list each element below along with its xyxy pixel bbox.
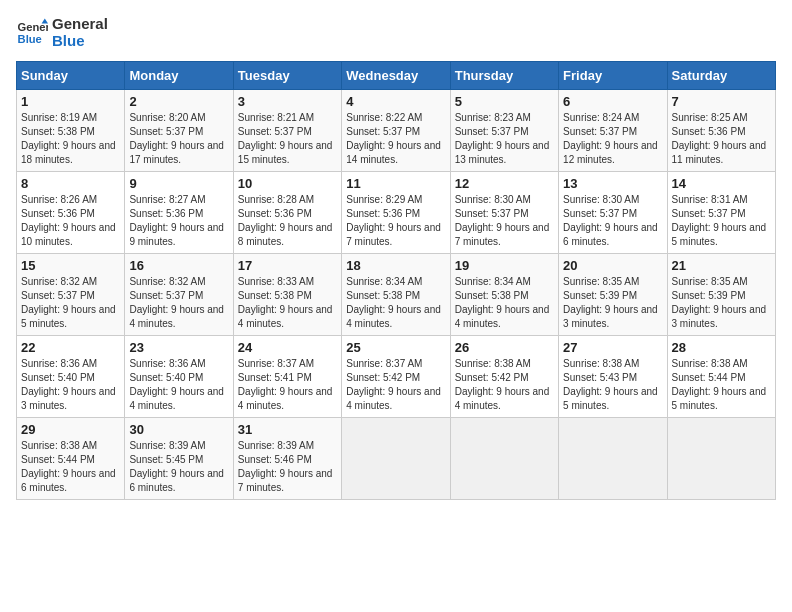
calendar-cell: 17Sunrise: 8:33 AMSunset: 5:38 PMDayligh… [233, 254, 341, 336]
calendar-cell: 24Sunrise: 8:37 AMSunset: 5:41 PMDayligh… [233, 336, 341, 418]
day-info: Sunrise: 8:38 AMSunset: 5:43 PMDaylight:… [563, 357, 662, 413]
day-info: Sunrise: 8:38 AMSunset: 5:44 PMDaylight:… [672, 357, 771, 413]
calendar-cell: 8Sunrise: 8:26 AMSunset: 5:36 PMDaylight… [17, 172, 125, 254]
day-info: Sunrise: 8:28 AMSunset: 5:36 PMDaylight:… [238, 193, 337, 249]
calendar-cell: 26Sunrise: 8:38 AMSunset: 5:42 PMDayligh… [450, 336, 558, 418]
day-info: Sunrise: 8:34 AMSunset: 5:38 PMDaylight:… [455, 275, 554, 331]
day-number: 24 [238, 340, 337, 355]
header-thursday: Thursday [450, 62, 558, 90]
day-info: Sunrise: 8:39 AMSunset: 5:46 PMDaylight:… [238, 439, 337, 495]
day-info: Sunrise: 8:25 AMSunset: 5:36 PMDaylight:… [672, 111, 771, 167]
day-number: 15 [21, 258, 120, 273]
day-info: Sunrise: 8:36 AMSunset: 5:40 PMDaylight:… [129, 357, 228, 413]
day-info: Sunrise: 8:26 AMSunset: 5:36 PMDaylight:… [21, 193, 120, 249]
calendar-cell: 25Sunrise: 8:37 AMSunset: 5:42 PMDayligh… [342, 336, 450, 418]
calendar-cell: 3Sunrise: 8:21 AMSunset: 5:37 PMDaylight… [233, 90, 341, 172]
day-info: Sunrise: 8:32 AMSunset: 5:37 PMDaylight:… [21, 275, 120, 331]
day-number: 26 [455, 340, 554, 355]
day-number: 18 [346, 258, 445, 273]
day-info: Sunrise: 8:27 AMSunset: 5:36 PMDaylight:… [129, 193, 228, 249]
calendar-cell: 29Sunrise: 8:38 AMSunset: 5:44 PMDayligh… [17, 418, 125, 500]
day-number: 28 [672, 340, 771, 355]
day-info: Sunrise: 8:34 AMSunset: 5:38 PMDaylight:… [346, 275, 445, 331]
calendar-cell: 9Sunrise: 8:27 AMSunset: 5:36 PMDaylight… [125, 172, 233, 254]
day-number: 11 [346, 176, 445, 191]
day-info: Sunrise: 8:35 AMSunset: 5:39 PMDaylight:… [672, 275, 771, 331]
day-number: 25 [346, 340, 445, 355]
day-number: 30 [129, 422, 228, 437]
calendar-week-2: 8Sunrise: 8:26 AMSunset: 5:36 PMDaylight… [17, 172, 776, 254]
calendar-week-3: 15Sunrise: 8:32 AMSunset: 5:37 PMDayligh… [17, 254, 776, 336]
calendar-cell: 13Sunrise: 8:30 AMSunset: 5:37 PMDayligh… [559, 172, 667, 254]
day-number: 20 [563, 258, 662, 273]
calendar-cell: 19Sunrise: 8:34 AMSunset: 5:38 PMDayligh… [450, 254, 558, 336]
calendar-table: SundayMondayTuesdayWednesdayThursdayFrid… [16, 61, 776, 500]
calendar-cell: 15Sunrise: 8:32 AMSunset: 5:37 PMDayligh… [17, 254, 125, 336]
calendar-cell: 27Sunrise: 8:38 AMSunset: 5:43 PMDayligh… [559, 336, 667, 418]
calendar-cell: 2Sunrise: 8:20 AMSunset: 5:37 PMDaylight… [125, 90, 233, 172]
header-sunday: Sunday [17, 62, 125, 90]
day-info: Sunrise: 8:30 AMSunset: 5:37 PMDaylight:… [455, 193, 554, 249]
day-info: Sunrise: 8:36 AMSunset: 5:40 PMDaylight:… [21, 357, 120, 413]
calendar-header-row: SundayMondayTuesdayWednesdayThursdayFrid… [17, 62, 776, 90]
day-info: Sunrise: 8:32 AMSunset: 5:37 PMDaylight:… [129, 275, 228, 331]
day-number: 1 [21, 94, 120, 109]
day-number: 19 [455, 258, 554, 273]
calendar-cell: 16Sunrise: 8:32 AMSunset: 5:37 PMDayligh… [125, 254, 233, 336]
header: General Blue General Blue [16, 16, 776, 49]
calendar-cell: 7Sunrise: 8:25 AMSunset: 5:36 PMDaylight… [667, 90, 775, 172]
day-number: 27 [563, 340, 662, 355]
day-number: 22 [21, 340, 120, 355]
day-number: 16 [129, 258, 228, 273]
calendar-cell [342, 418, 450, 500]
day-info: Sunrise: 8:33 AMSunset: 5:38 PMDaylight:… [238, 275, 337, 331]
calendar-cell: 30Sunrise: 8:39 AMSunset: 5:45 PMDayligh… [125, 418, 233, 500]
day-number: 4 [346, 94, 445, 109]
day-number: 8 [21, 176, 120, 191]
day-info: Sunrise: 8:31 AMSunset: 5:37 PMDaylight:… [672, 193, 771, 249]
day-number: 9 [129, 176, 228, 191]
calendar-cell [667, 418, 775, 500]
day-info: Sunrise: 8:24 AMSunset: 5:37 PMDaylight:… [563, 111, 662, 167]
day-number: 2 [129, 94, 228, 109]
day-number: 3 [238, 94, 337, 109]
calendar-cell: 5Sunrise: 8:23 AMSunset: 5:37 PMDaylight… [450, 90, 558, 172]
calendar-cell: 6Sunrise: 8:24 AMSunset: 5:37 PMDaylight… [559, 90, 667, 172]
logo-icon: General Blue [16, 17, 48, 49]
calendar-cell: 1Sunrise: 8:19 AMSunset: 5:38 PMDaylight… [17, 90, 125, 172]
calendar-cell: 28Sunrise: 8:38 AMSunset: 5:44 PMDayligh… [667, 336, 775, 418]
day-info: Sunrise: 8:22 AMSunset: 5:37 PMDaylight:… [346, 111, 445, 167]
day-number: 23 [129, 340, 228, 355]
header-friday: Friday [559, 62, 667, 90]
day-info: Sunrise: 8:38 AMSunset: 5:42 PMDaylight:… [455, 357, 554, 413]
calendar-week-5: 29Sunrise: 8:38 AMSunset: 5:44 PMDayligh… [17, 418, 776, 500]
calendar-cell: 14Sunrise: 8:31 AMSunset: 5:37 PMDayligh… [667, 172, 775, 254]
day-info: Sunrise: 8:39 AMSunset: 5:45 PMDaylight:… [129, 439, 228, 495]
day-number: 21 [672, 258, 771, 273]
day-number: 14 [672, 176, 771, 191]
day-number: 12 [455, 176, 554, 191]
svg-text:Blue: Blue [18, 32, 42, 44]
calendar-cell [559, 418, 667, 500]
day-info: Sunrise: 8:23 AMSunset: 5:37 PMDaylight:… [455, 111, 554, 167]
day-number: 29 [21, 422, 120, 437]
calendar-cell: 20Sunrise: 8:35 AMSunset: 5:39 PMDayligh… [559, 254, 667, 336]
calendar-cell: 10Sunrise: 8:28 AMSunset: 5:36 PMDayligh… [233, 172, 341, 254]
day-number: 6 [563, 94, 662, 109]
day-number: 10 [238, 176, 337, 191]
calendar-cell: 4Sunrise: 8:22 AMSunset: 5:37 PMDaylight… [342, 90, 450, 172]
day-info: Sunrise: 8:30 AMSunset: 5:37 PMDaylight:… [563, 193, 662, 249]
logo-general: General [52, 16, 108, 33]
day-number: 17 [238, 258, 337, 273]
day-info: Sunrise: 8:37 AMSunset: 5:41 PMDaylight:… [238, 357, 337, 413]
day-number: 5 [455, 94, 554, 109]
day-number: 13 [563, 176, 662, 191]
logo: General Blue General Blue [16, 16, 108, 49]
calendar-cell [450, 418, 558, 500]
header-wednesday: Wednesday [342, 62, 450, 90]
header-saturday: Saturday [667, 62, 775, 90]
day-info: Sunrise: 8:35 AMSunset: 5:39 PMDaylight:… [563, 275, 662, 331]
logo-blue: Blue [52, 33, 108, 50]
calendar-cell: 11Sunrise: 8:29 AMSunset: 5:36 PMDayligh… [342, 172, 450, 254]
calendar-cell: 22Sunrise: 8:36 AMSunset: 5:40 PMDayligh… [17, 336, 125, 418]
